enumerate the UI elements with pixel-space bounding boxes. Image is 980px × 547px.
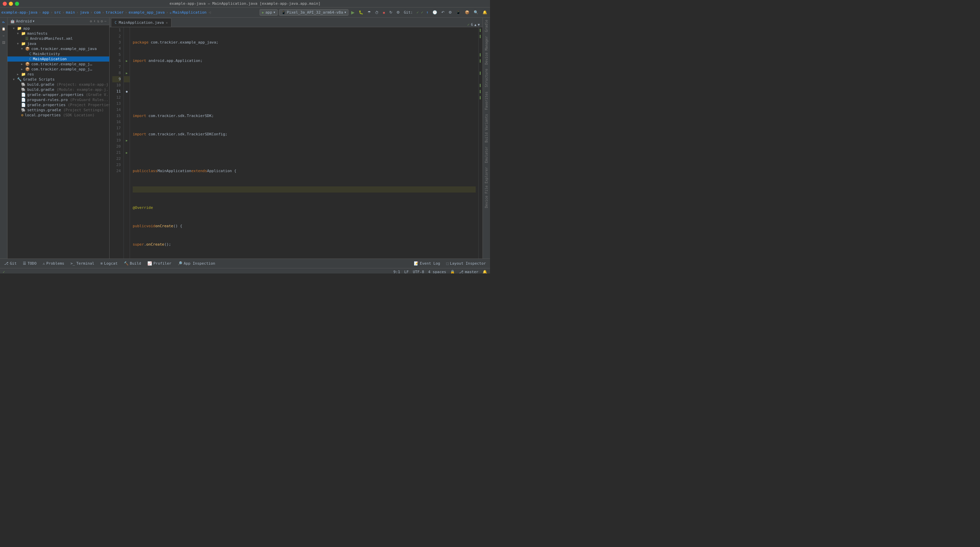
build-tab-label: Build [130, 261, 141, 266]
device-mgr-button[interactable]: 📱 [455, 10, 462, 15]
tree-item-gradle-wrapper[interactable]: 📄 gradle-wrapper.properties (Gradle V... [8, 92, 109, 97]
right-panel-emulator[interactable]: Emulator [484, 145, 489, 165]
bottom-tab-profiler[interactable]: 📈 Profiler [145, 259, 174, 268]
gutter-8[interactable]: ▶ [124, 70, 130, 76]
gutter-19[interactable]: ▶ [124, 137, 130, 143]
tree-item-package-2[interactable]: ▶ 📦 com.trackier.example_app_java [8, 62, 109, 67]
bottom-tab-terminal[interactable]: >_ Terminal [68, 259, 97, 268]
breadcrumb-item-3[interactable]: src [54, 10, 61, 14]
tree-item-java[interactable]: ▼ 📁 java [8, 41, 109, 46]
window-controls[interactable] [3, 2, 19, 6]
breadcrumb-item-current[interactable]: ☕ MainApplication [170, 10, 207, 14]
tree-item-build-gradle-project[interactable]: 🐘 build.gradle (Project: example-app-j..… [8, 82, 109, 87]
folder-icon-manifests: 📁 [21, 31, 26, 36]
project-filter-icon[interactable]: ⇅ [97, 19, 99, 24]
status-line-endings[interactable]: LF [404, 270, 409, 274]
project-settings-icon[interactable]: ⚙ [101, 19, 103, 24]
tree-item-proguard[interactable]: 📄 proguard-rules.pro (ProGuard Rules... [8, 97, 109, 102]
bottom-tab-app-inspection[interactable]: 🔎 App Inspection [175, 259, 218, 268]
gutter-21[interactable]: ▶ [124, 149, 130, 156]
right-panel-favorites[interactable]: Favorites [484, 89, 489, 112]
manifest-icon: ☰ [25, 37, 29, 41]
maximize-button[interactable] [15, 2, 19, 6]
tree-item-mainactivity[interactable]: C MainActivity [8, 51, 109, 56]
right-panel-build-variants[interactable]: Build Variants [484, 112, 489, 145]
properties-icon-gradle: 📄 [21, 103, 26, 107]
tree-item-manifests[interactable]: ▼ 📁 manifests [8, 31, 109, 36]
status-charset[interactable]: UTF-8 [413, 270, 424, 274]
gutter-6[interactable]: ▶ [124, 58, 130, 64]
status-vcs-branch[interactable]: ⎇ master [459, 270, 479, 274]
folder-icon-package-main: 📦 [25, 47, 30, 51]
breadcrumb-item-8[interactable]: example_app_java [129, 10, 165, 14]
tree-item-build-gradle-module[interactable]: 🐘 build.gradle (Module: example-app-j... [8, 87, 109, 92]
project-locate-icon[interactable]: ⊕ [90, 19, 92, 24]
todo-tab-icon: ☰ [23, 261, 26, 266]
gutter-11[interactable]: ● [124, 89, 130, 95]
sidebar-icon-resource[interactable]: 🖼 [1, 40, 7, 46]
bottom-tab-problems[interactable]: ⚠ Problems [40, 259, 67, 268]
right-panel-device-manager[interactable]: Device Manager [484, 34, 489, 67]
bottom-tab-layout-inspector[interactable]: ⬚ Layout Inspector [443, 259, 488, 268]
tree-item-package-main[interactable]: ▼ 📦 com.trackier.example_app_java [8, 46, 109, 51]
gutter-mark-10: ▌ [479, 82, 482, 89]
minimize-button[interactable] [9, 2, 13, 6]
tree-item-local-properties[interactable]: ⚙ local.properties (SDK Location) [8, 113, 109, 118]
project-collapse-icon[interactable]: ⬇ [94, 19, 96, 24]
device-selector[interactable]: 📱 Pixel_3a_API_32_arm64-v8a ▼ [279, 9, 348, 16]
tree-item-package-3[interactable]: ▶ 📦 com.trackier.example_app_java [8, 67, 109, 72]
project-close-icon[interactable]: − [104, 19, 107, 24]
code-editor[interactable]: 1 2 3 4 5 6 7 8 9 10 11 12 13 14 15 16 1… [110, 27, 482, 259]
search-everywhere-button[interactable]: 🔍 [472, 10, 480, 15]
right-panel-device-file[interactable]: Device File Explorer [484, 165, 489, 210]
line-num-5: 5 [112, 52, 121, 58]
tree-item-manifest-xml[interactable]: ☰ AndroidManifest.xml [8, 36, 109, 41]
breadcrumb-item-4[interactable]: main [66, 10, 75, 14]
sidebar-icon-pullrequests[interactable]: ↔ [1, 33, 7, 39]
bottom-tab-logcat[interactable]: ≡ Logcat [98, 259, 120, 268]
stop-button[interactable]: ■ [382, 10, 387, 15]
tree-item-res[interactable]: ▶ 📁 res [8, 72, 109, 77]
bottom-tab-event-log[interactable]: 📝 Event Log [411, 259, 443, 268]
git-settings-button[interactable]: ⚙ [447, 10, 453, 15]
run-button[interactable]: ▶ [350, 9, 356, 16]
notifications-button[interactable]: 🔔 [481, 10, 488, 15]
android-dropdown[interactable]: 🤖 Android ▼ [10, 19, 34, 24]
tree-item-gradle-properties[interactable]: 📄 gradle.properties (Project Properties.… [8, 102, 109, 108]
sdk-mgr-button[interactable]: 📦 [463, 10, 471, 15]
tree-item-app[interactable]: ▼ 📁 app [8, 26, 109, 31]
scroll-up-icon[interactable]: ▲ [474, 23, 476, 27]
status-notifications[interactable]: 🔔 [482, 270, 487, 274]
bottom-tab-build[interactable]: 🔨 Build [121, 259, 144, 268]
status-indent[interactable]: 4 spaces [428, 270, 446, 274]
profile-button[interactable]: ⏱ [374, 10, 380, 15]
close-button[interactable] [3, 2, 7, 6]
status-position[interactable]: 9:1 [393, 270, 400, 274]
bottom-tab-git[interactable]: ⎇ Git [2, 259, 19, 268]
tree-item-mainapplication[interactable]: C MainApplication [8, 56, 109, 62]
tree-item-settings-gradle[interactable]: 🐘 settings.gradle (Project Settings) [8, 108, 109, 113]
tab-close-icon[interactable]: × [166, 21, 167, 24]
rollback-button[interactable]: ↶ [440, 10, 446, 15]
coverage-button[interactable]: ☂ [366, 10, 372, 15]
run-config-selector[interactable]: ▶ app ▼ [259, 9, 278, 16]
git-log-button[interactable]: 🕐 [431, 10, 439, 15]
code-text[interactable]: package com.trackier.example_app_java; i… [130, 27, 479, 259]
breadcrumb-item-2[interactable]: app [43, 10, 49, 14]
right-panel-gradle[interactable]: Gradle [484, 18, 489, 34]
sync-button[interactable]: ↻ [388, 10, 394, 15]
breadcrumb-item-5[interactable]: java [80, 10, 89, 14]
debug-button[interactable]: 🐛 [357, 10, 365, 15]
breadcrumb-item-7[interactable]: trackier [105, 10, 124, 14]
build-menu-button[interactable]: ⚙ [395, 10, 401, 15]
tree-item-gradle-scripts[interactable]: ▼ 🔧 Gradle Scripts [8, 77, 109, 82]
tab-mainapplication[interactable]: C MainApplication.java × [111, 18, 172, 27]
bottom-tab-todo[interactable]: ☰ TODO [20, 259, 40, 268]
sidebar-icon-commit[interactable]: 📋 [1, 26, 7, 32]
scroll-down-icon[interactable]: ▼ [478, 23, 480, 27]
sidebar-icon-project[interactable]: P [1, 19, 7, 25]
git-push-icon: ↑ [426, 10, 428, 14]
right-panel-structure[interactable]: Structure [484, 67, 489, 89]
breadcrumb-item-1[interactable]: example-app-java [2, 10, 37, 14]
breadcrumb-item-6[interactable]: com [94, 10, 101, 14]
